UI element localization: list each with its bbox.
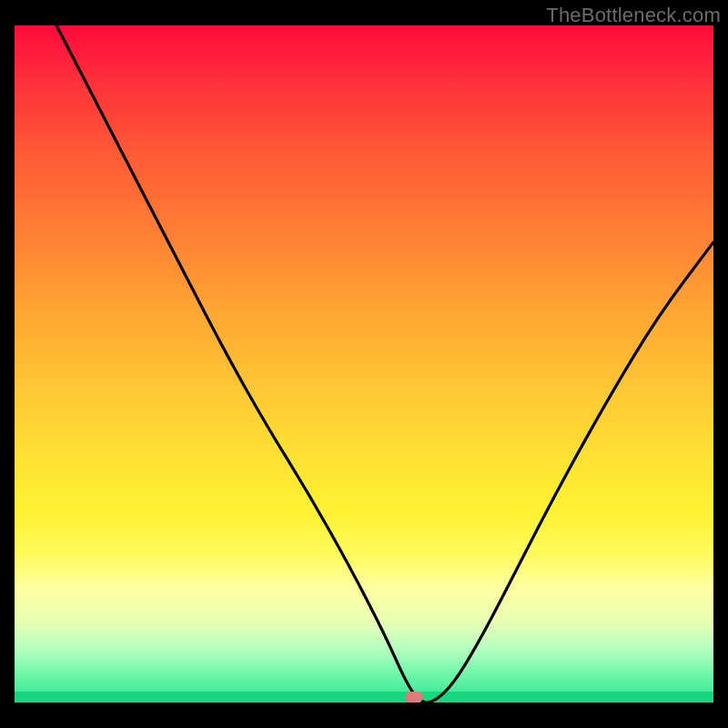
chart-curve-layer <box>15 25 713 703</box>
frame-border-bottom <box>0 703 728 728</box>
frame-border-right <box>713 0 728 728</box>
watermark-text: TheBottleneck.com <box>546 4 721 27</box>
curve-minimum-marker <box>405 692 423 703</box>
bottleneck-curve <box>56 25 713 703</box>
chart-stage: TheBottleneck.com <box>0 0 728 728</box>
frame-border-left <box>0 0 15 728</box>
